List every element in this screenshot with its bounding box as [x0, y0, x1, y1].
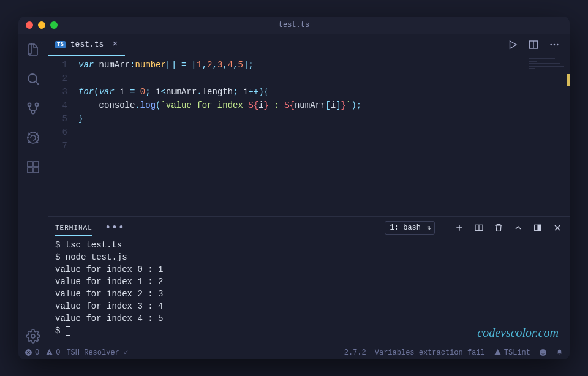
main-area: TS test.ts × — [18, 34, 570, 345]
line-number: 6 — [48, 126, 67, 139]
tslint-status[interactable]: TSLint — [494, 348, 530, 357]
terminal-line: value for index 3 : 4 — [55, 300, 562, 312]
panel-tabs: TERMINAL ••• 1: bash — [48, 217, 570, 239]
line-gutter: 1 2 3 4 5 6 7 — [48, 58, 78, 216]
line-number: 1 — [48, 58, 67, 72]
run-icon[interactable] — [507, 39, 518, 50]
svg-point-0 — [28, 74, 37, 83]
terminal-line: value for index 2 : 3 — [55, 288, 562, 300]
svg-point-1 — [28, 103, 31, 107]
svg-rect-7 — [28, 168, 32, 173]
svg-point-9 — [31, 334, 35, 338]
content-area: TS test.ts × — [48, 34, 570, 345]
split-editor-icon[interactable] — [528, 39, 539, 50]
svg-rect-16 — [538, 225, 541, 230]
code-content[interactable]: var numArr:number[] = [1,2,3,4,5]; for(v… — [78, 58, 570, 216]
errors-status[interactable]: 0 — [24, 348, 39, 357]
terminal-line: $ tsc test.ts — [55, 239, 562, 251]
scroll-indicator[interactable] — [567, 74, 570, 86]
tab-close-icon[interactable]: × — [112, 39, 118, 50]
svg-point-11 — [550, 44, 552, 46]
code-editor[interactable]: 1 2 3 4 5 6 7 var numArr:number[] = [1,2… — [48, 56, 570, 216]
terminal-line: value for index 0 : 1 — [55, 263, 562, 276]
maximize-panel-icon[interactable] — [533, 223, 543, 233]
watermark: codevscolor.com — [477, 326, 559, 340]
cursor-icon — [66, 326, 70, 336]
minimap[interactable] — [529, 58, 566, 77]
window-maximize-button[interactable] — [50, 21, 58, 29]
explorer-icon[interactable] — [24, 41, 42, 58]
editor-window: test.ts — [18, 17, 570, 359]
status-bar: 0 0 TSH Resolver ✓ 2.7.2 Variables extra… — [18, 345, 570, 359]
ts-file-icon: TS — [55, 41, 66, 48]
new-terminal-icon[interactable] — [454, 223, 464, 233]
more-actions-icon[interactable] — [549, 39, 560, 50]
tab-label: test.ts — [70, 40, 104, 49]
search-icon[interactable] — [24, 70, 42, 88]
window-minimize-button[interactable] — [38, 21, 45, 29]
terminal-tab[interactable]: TERMINAL — [55, 220, 92, 236]
svg-rect-5 — [28, 162, 32, 167]
terminal-line: value for index 4 : 5 — [55, 312, 562, 325]
window-close-button[interactable] — [26, 21, 33, 29]
tab-test-ts[interactable]: TS test.ts × — [48, 34, 125, 56]
resolver-status[interactable]: TSH Resolver ✓ — [66, 348, 128, 357]
split-terminal-icon[interactable] — [474, 223, 484, 233]
close-panel-icon[interactable] — [552, 223, 562, 233]
panel-more-icon[interactable]: ••• — [102, 222, 127, 234]
feedback-smiley-icon[interactable] — [539, 348, 547, 356]
terminal-line: $ node test.js — [55, 251, 562, 263]
chevron-up-icon[interactable] — [513, 223, 523, 233]
version-status[interactable]: 2.7.2 — [344, 348, 366, 357]
debug-icon[interactable] — [24, 129, 42, 146]
tabs-bar: TS test.ts × — [48, 34, 570, 56]
traffic-lights — [26, 21, 58, 29]
svg-rect-8 — [34, 168, 39, 173]
window-title: test.ts — [279, 21, 309, 29]
line-number: 3 — [48, 85, 67, 99]
svg-point-13 — [557, 44, 559, 46]
svg-point-19 — [541, 352, 542, 352]
svg-point-18 — [540, 349, 546, 356]
activity-bar — [18, 34, 48, 345]
svg-rect-6 — [34, 162, 39, 167]
line-number: 2 — [48, 72, 67, 85]
titlebar: test.ts — [18, 17, 570, 34]
settings-gear-icon[interactable] — [24, 328, 42, 345]
extensions-icon[interactable] — [24, 159, 42, 176]
line-number: 4 — [48, 99, 67, 112]
warnings-status[interactable]: 0 — [45, 348, 60, 357]
bell-icon[interactable] — [556, 348, 564, 356]
source-control-icon[interactable] — [24, 100, 42, 117]
trash-icon[interactable] — [494, 223, 503, 233]
svg-point-12 — [554, 44, 556, 46]
terminal-line: value for index 1 : 2 — [55, 276, 562, 288]
terminal-select[interactable]: 1: bash — [385, 221, 435, 235]
line-number: 5 — [48, 112, 67, 126]
editor-actions — [507, 34, 570, 56]
extraction-status[interactable]: Variables extraction fail — [375, 348, 485, 357]
svg-point-20 — [543, 352, 544, 352]
line-number: 7 — [48, 139, 67, 152]
svg-point-2 — [36, 103, 39, 107]
